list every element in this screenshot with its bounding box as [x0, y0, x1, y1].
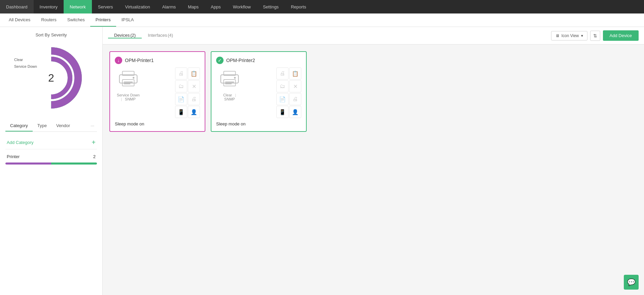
subnav-printers[interactable]: Printers	[90, 13, 116, 27]
device-card-header-1: ↓ OPM-Printer1	[115, 57, 200, 64]
category-printer-count: 2	[93, 154, 96, 159]
icon-view-button[interactable]: 🖥 Icon View ▾	[551, 31, 587, 40]
content-tabs: Devices (2) Interfaces (4)	[108, 33, 551, 38]
donut-label-clear: Clear	[14, 58, 37, 62]
sleep-mode-row-1: Sleep mode on	[115, 121, 200, 126]
add-category-label: Add Category	[7, 140, 34, 145]
sub-icon-2-2: 📋	[289, 67, 301, 80]
icon-view-label: Icon View	[562, 33, 579, 38]
sub-icon-1-7: 📱	[175, 106, 187, 118]
device-main-icon-1: Service Down | SNMP	[115, 67, 142, 101]
device-status-label-1: Service Down | SNMP	[115, 93, 142, 101]
sub-icon-1-2: 📋	[188, 67, 200, 80]
category-printer: Printer 2	[5, 152, 97, 161]
subnav-routers[interactable]: Routers	[36, 13, 62, 27]
top-nav: Dashboard Inventory Network Servers Virt…	[0, 0, 644, 13]
nav-maps[interactable]: Maps	[182, 0, 205, 13]
sub-icon-2-1: 🖨	[276, 67, 289, 80]
sidebar: Sort By Severity Clear Service Down	[0, 27, 103, 295]
tab-devices[interactable]: Devices (2)	[108, 33, 142, 38]
nav-inventory[interactable]: Inventory	[34, 0, 64, 13]
status-icon-clear: ✓	[216, 57, 224, 64]
sort-icon: ⇅	[593, 33, 597, 38]
svg-point-16	[234, 77, 236, 79]
tab-interfaces[interactable]: Interfaces (4)	[142, 33, 179, 38]
printer-icon-1	[116, 67, 140, 91]
nav-settings[interactable]: Settings	[257, 0, 285, 13]
sub-icon-1-5: 📄	[175, 93, 187, 105]
chat-icon: 💬	[627, 278, 636, 286]
add-device-button[interactable]: Add Device	[603, 30, 639, 41]
sub-icon-2-5: 📄	[276, 93, 289, 105]
device-card-opm-printer2[interactable]: ✓ OPM-Printer2 Cle	[211, 51, 307, 132]
status-icon-service-down: ↓	[115, 57, 122, 64]
device-main-icon-2: Clear | SNMP	[216, 67, 243, 101]
sub-icon-2-6: 🖨	[289, 93, 301, 105]
nav-network[interactable]: Network	[64, 0, 92, 13]
nav-reports[interactable]: Reports	[285, 0, 312, 13]
tab-interfaces-label: Interfaces	[148, 33, 167, 38]
svg-rect-15	[225, 83, 232, 84]
donut-label-servicedown: Service Down	[14, 64, 37, 68]
donut-center-number: 2	[48, 72, 54, 84]
sleep-mode-label-1: Sleep mode on	[115, 121, 144, 126]
subnav-ipsla[interactable]: IPSLA	[116, 13, 139, 27]
devices-area: ↓ OPM-Printer1 Ser	[103, 45, 644, 139]
main-content: Devices (2) Interfaces (4) 🖥 Icon View ▾…	[103, 27, 644, 295]
sort-by-title: Sort By Severity	[5, 32, 97, 37]
nav-alarms[interactable]: Alarms	[156, 0, 182, 13]
header-actions: 🖥 Icon View ▾ ⇅ Add Device	[551, 30, 639, 41]
donut-chart: Clear Service Down 2	[14, 41, 88, 115]
device-card-header-2: ✓ OPM-Printer2	[216, 57, 301, 64]
svg-point-10	[133, 77, 134, 79]
nav-virtualization[interactable]: Virtualization	[119, 0, 156, 13]
device-sub-icons-2: 🖨 📋 🗂 ✕ 📄 🖨 📱 👤	[276, 67, 301, 118]
device-card-opm-printer1[interactable]: ↓ OPM-Printer1 Ser	[109, 51, 205, 132]
device-name-2: OPM-Printer2	[226, 58, 255, 63]
category-tabs: Category Type Vendor ···	[5, 120, 97, 132]
tab-category[interactable]: Category	[5, 120, 33, 131]
tab-vendor[interactable]: Vendor	[52, 120, 75, 131]
sub-icon-1-8: 👤	[188, 106, 200, 118]
svg-rect-14	[225, 82, 234, 83]
chat-button[interactable]: 💬	[624, 275, 639, 290]
subnav-all-devices[interactable]: All Devices	[3, 13, 36, 27]
tab-type[interactable]: Type	[33, 120, 52, 131]
device-name-1: OPM-Printer1	[125, 58, 154, 63]
monitor-icon: 🖥	[555, 33, 560, 38]
tab-devices-label: Devices	[114, 33, 130, 38]
category-printer-bar-fill	[5, 163, 97, 165]
sleep-mode-row-2: Sleep mode on	[216, 121, 301, 126]
nav-servers[interactable]: Servers	[92, 0, 119, 13]
more-tabs-button[interactable]: ···	[88, 120, 97, 131]
svg-rect-8	[124, 82, 133, 83]
sort-button[interactable]: ⇅	[590, 31, 600, 41]
sub-icon-1-3: 🗂	[175, 80, 187, 92]
nav-dashboard[interactable]: Dashboard	[0, 0, 34, 13]
sub-nav: All Devices Routers Switches Printers IP…	[0, 13, 644, 27]
nav-workflow[interactable]: Workflow	[227, 0, 257, 13]
sub-icon-2-8: 👤	[289, 106, 301, 118]
tab-devices-count: (2)	[130, 33, 136, 38]
svg-rect-9	[124, 83, 130, 84]
content-header: Devices (2) Interfaces (4) 🖥 Icon View ▾…	[103, 27, 644, 45]
nav-apps[interactable]: Apps	[205, 0, 227, 13]
device-card-body-1: Service Down | SNMP 🖨 📋 🗂 ✕ 📄 🖨 📱 �	[115, 67, 200, 118]
printer-icon-2	[218, 67, 241, 91]
sub-icon-2-3: 🗂	[276, 80, 289, 92]
sub-icon-1-6: 🖨	[188, 93, 200, 105]
main-layout: Sort By Severity Clear Service Down	[0, 27, 644, 295]
add-category-button[interactable]: +	[92, 139, 96, 146]
sub-icon-1-1: 🖨	[175, 67, 187, 80]
device-status-label-2: Clear | SNMP	[216, 93, 243, 101]
subnav-switches[interactable]: Switches	[62, 13, 90, 27]
chevron-down-icon: ▾	[581, 33, 583, 38]
sub-icon-1-4: ✕	[188, 80, 200, 92]
sleep-mode-label-2: Sleep mode on	[216, 121, 245, 126]
add-category-row: Add Category +	[5, 136, 97, 149]
tab-interfaces-count: (4)	[168, 33, 173, 38]
sub-icon-2-4: ✕	[289, 80, 301, 92]
device-sub-icons-1: 🖨 📋 🗂 ✕ 📄 🖨 📱 👤	[175, 67, 200, 118]
sub-icon-2-7: 📱	[276, 106, 289, 118]
category-printer-bar	[5, 163, 97, 165]
